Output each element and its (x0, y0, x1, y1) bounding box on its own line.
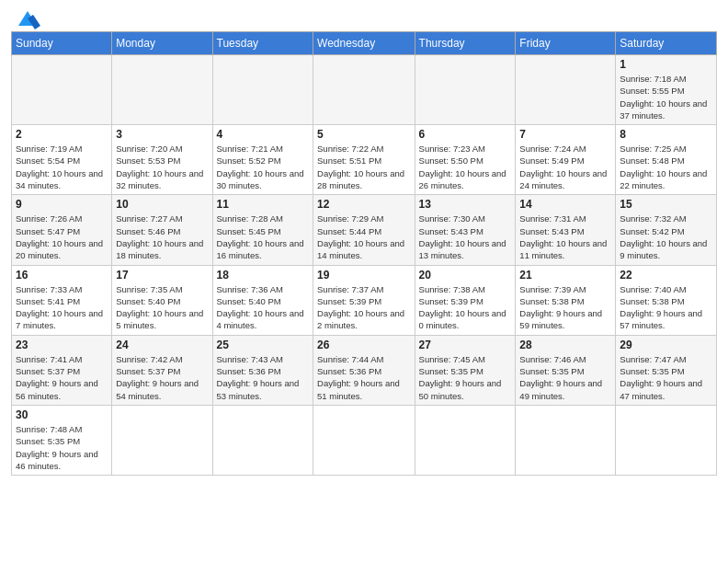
weekday-header-tuesday: Tuesday (212, 32, 313, 55)
calendar-cell (516, 55, 616, 125)
calendar-week-4: 16Sunrise: 7:33 AM Sunset: 5:41 PM Dayli… (12, 265, 717, 335)
day-info: Sunrise: 7:38 AM Sunset: 5:39 PM Dayligh… (419, 283, 512, 332)
day-info: Sunrise: 7:27 AM Sunset: 5:46 PM Dayligh… (116, 213, 208, 261)
calendar-cell: 11Sunrise: 7:28 AM Sunset: 5:45 PM Dayli… (212, 195, 313, 265)
day-info: Sunrise: 7:43 AM Sunset: 5:36 PM Dayligh… (217, 353, 310, 402)
calendar-cell: 10Sunrise: 7:27 AM Sunset: 5:46 PM Dayli… (112, 195, 212, 265)
day-info: Sunrise: 7:45 AM Sunset: 5:35 PM Dayligh… (419, 353, 512, 402)
calendar-cell: 24Sunrise: 7:42 AM Sunset: 5:37 PM Dayli… (112, 335, 212, 405)
day-number: 28 (519, 339, 611, 351)
calendar-week-6: 30Sunrise: 7:48 AM Sunset: 5:35 PM Dayli… (12, 405, 717, 475)
day-number: 15 (620, 198, 712, 211)
day-number: 17 (116, 269, 208, 282)
calendar-cell: 20Sunrise: 7:38 AM Sunset: 5:39 PM Dayli… (415, 265, 516, 335)
day-number: 19 (317, 269, 411, 282)
calendar-cell: 12Sunrise: 7:29 AM Sunset: 5:44 PM Dayli… (313, 195, 415, 265)
calendar-cell: 30Sunrise: 7:48 AM Sunset: 5:35 PM Dayli… (12, 405, 112, 475)
calendar-cell: 13Sunrise: 7:30 AM Sunset: 5:43 PM Dayli… (415, 195, 516, 265)
day-number: 4 (217, 128, 310, 141)
calendar-cell: 7Sunrise: 7:24 AM Sunset: 5:49 PM Daylig… (516, 125, 616, 195)
calendar-cell: 17Sunrise: 7:35 AM Sunset: 5:40 PM Dayli… (112, 265, 212, 335)
calendar-cell (415, 55, 516, 125)
day-info: Sunrise: 7:40 AM Sunset: 5:38 PM Dayligh… (620, 283, 712, 332)
calendar-cell: 4Sunrise: 7:21 AM Sunset: 5:52 PM Daylig… (212, 125, 313, 195)
weekday-header-saturday: Saturday (616, 32, 717, 55)
page: SundayMondayTuesdayWednesdayThursdayFrid… (0, 0, 728, 563)
day-number: 30 (16, 408, 108, 421)
day-info: Sunrise: 7:36 AM Sunset: 5:40 PM Dayligh… (217, 283, 310, 332)
calendar-cell (415, 405, 516, 475)
calendar-cell: 23Sunrise: 7:41 AM Sunset: 5:37 PM Dayli… (12, 335, 112, 405)
day-number: 20 (419, 269, 512, 282)
day-info: Sunrise: 7:48 AM Sunset: 5:35 PM Dayligh… (16, 423, 108, 472)
calendar-cell: 19Sunrise: 7:37 AM Sunset: 5:39 PM Dayli… (313, 265, 415, 335)
day-number: 11 (217, 198, 310, 211)
day-number: 12 (317, 198, 411, 211)
day-number: 24 (116, 339, 208, 351)
day-number: 10 (116, 198, 208, 211)
day-info: Sunrise: 7:32 AM Sunset: 5:42 PM Dayligh… (620, 213, 712, 261)
calendar-cell: 1Sunrise: 7:18 AM Sunset: 5:55 PM Daylig… (616, 55, 717, 125)
day-number: 3 (116, 128, 208, 141)
day-info: Sunrise: 7:47 AM Sunset: 5:35 PM Dayligh… (620, 353, 712, 402)
day-number: 21 (519, 269, 611, 282)
header (11, 9, 717, 26)
day-number: 5 (317, 128, 411, 141)
day-number: 13 (419, 198, 512, 211)
day-info: Sunrise: 7:23 AM Sunset: 5:50 PM Dayligh… (419, 143, 512, 191)
day-info: Sunrise: 7:21 AM Sunset: 5:52 PM Dayligh… (217, 143, 310, 191)
calendar-week-1: 1Sunrise: 7:18 AM Sunset: 5:55 PM Daylig… (12, 55, 717, 125)
calendar-cell (313, 55, 415, 125)
weekday-header-monday: Monday (112, 32, 212, 55)
day-info: Sunrise: 7:42 AM Sunset: 5:37 PM Dayligh… (116, 353, 208, 402)
day-number: 8 (620, 128, 712, 141)
day-number: 16 (16, 269, 108, 282)
calendar-cell: 2Sunrise: 7:19 AM Sunset: 5:54 PM Daylig… (12, 125, 112, 195)
day-info: Sunrise: 7:37 AM Sunset: 5:39 PM Dayligh… (317, 283, 411, 332)
weekday-header-wednesday: Wednesday (313, 32, 415, 55)
calendar-week-2: 2Sunrise: 7:19 AM Sunset: 5:54 PM Daylig… (12, 125, 717, 195)
calendar-cell: 5Sunrise: 7:22 AM Sunset: 5:51 PM Daylig… (313, 125, 415, 195)
day-info: Sunrise: 7:41 AM Sunset: 5:37 PM Dayligh… (16, 353, 108, 402)
calendar-cell: 16Sunrise: 7:33 AM Sunset: 5:41 PM Dayli… (12, 265, 112, 335)
weekday-header-friday: Friday (516, 32, 616, 55)
day-number: 23 (16, 339, 108, 351)
calendar-week-3: 9Sunrise: 7:26 AM Sunset: 5:47 PM Daylig… (12, 195, 717, 265)
day-info: Sunrise: 7:25 AM Sunset: 5:48 PM Dayligh… (620, 143, 712, 191)
calendar-cell: 6Sunrise: 7:23 AM Sunset: 5:50 PM Daylig… (415, 125, 516, 195)
day-number: 22 (620, 269, 712, 282)
calendar-cell (112, 55, 212, 125)
weekday-header-sunday: Sunday (12, 32, 112, 55)
logo-text (11, 9, 40, 29)
day-info: Sunrise: 7:19 AM Sunset: 5:54 PM Dayligh… (16, 143, 108, 191)
day-number: 18 (217, 269, 310, 282)
calendar-cell: 15Sunrise: 7:32 AM Sunset: 5:42 PM Dayli… (616, 195, 717, 265)
day-number: 6 (419, 128, 512, 141)
calendar: SundayMondayTuesdayWednesdayThursdayFrid… (11, 31, 717, 476)
weekday-header-thursday: Thursday (415, 32, 516, 55)
day-info: Sunrise: 7:18 AM Sunset: 5:55 PM Dayligh… (620, 73, 712, 121)
day-number: 7 (519, 128, 611, 141)
calendar-cell: 9Sunrise: 7:26 AM Sunset: 5:47 PM Daylig… (12, 195, 112, 265)
day-number: 27 (419, 339, 512, 351)
day-info: Sunrise: 7:24 AM Sunset: 5:49 PM Dayligh… (519, 143, 611, 191)
day-info: Sunrise: 7:20 AM Sunset: 5:53 PM Dayligh… (116, 143, 208, 191)
day-info: Sunrise: 7:31 AM Sunset: 5:43 PM Dayligh… (519, 213, 611, 261)
day-number: 25 (217, 339, 310, 351)
logo-icon (15, 9, 40, 29)
day-number: 1 (620, 58, 712, 71)
calendar-cell (516, 405, 616, 475)
calendar-cell: 26Sunrise: 7:44 AM Sunset: 5:36 PM Dayli… (313, 335, 415, 405)
calendar-cell: 3Sunrise: 7:20 AM Sunset: 5:53 PM Daylig… (112, 125, 212, 195)
calendar-cell: 28Sunrise: 7:46 AM Sunset: 5:35 PM Dayli… (516, 335, 616, 405)
day-number: 26 (317, 339, 411, 351)
calendar-cell (212, 55, 313, 125)
calendar-cell (12, 55, 112, 125)
logo (11, 9, 40, 26)
day-info: Sunrise: 7:35 AM Sunset: 5:40 PM Dayligh… (116, 283, 208, 332)
day-info: Sunrise: 7:44 AM Sunset: 5:36 PM Dayligh… (317, 353, 411, 402)
calendar-cell (616, 405, 717, 475)
calendar-cell: 21Sunrise: 7:39 AM Sunset: 5:38 PM Dayli… (516, 265, 616, 335)
calendar-cell: 22Sunrise: 7:40 AM Sunset: 5:38 PM Dayli… (616, 265, 717, 335)
day-info: Sunrise: 7:28 AM Sunset: 5:45 PM Dayligh… (217, 213, 310, 261)
